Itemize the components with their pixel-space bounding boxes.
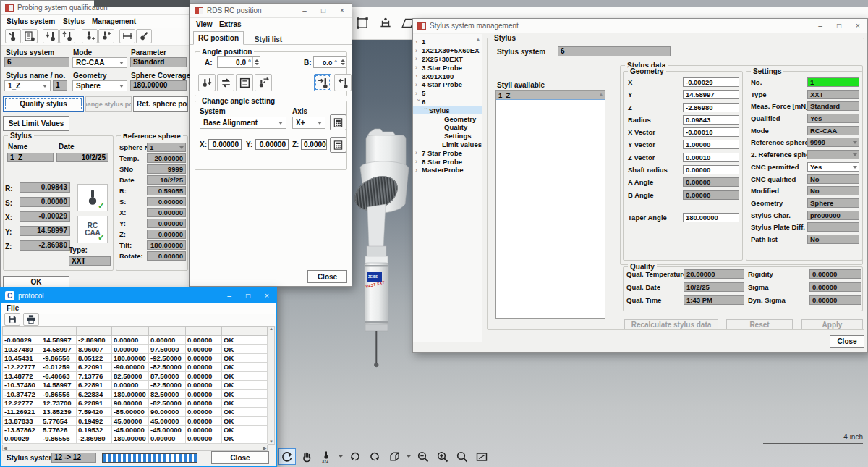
probe-swap-icon[interactable] bbox=[255, 74, 272, 91]
field-value[interactable]: -0.00010 bbox=[683, 127, 739, 137]
tree-item[interactable]: › 8 Star Probe bbox=[413, 157, 482, 166]
field-value[interactable]: 0.59055 bbox=[147, 186, 186, 195]
field-value[interactable]: -0.00029 bbox=[20, 211, 70, 222]
tree-item[interactable]: Limit values bbox=[413, 140, 482, 149]
ok-button[interactable]: OK bbox=[3, 276, 69, 288]
qualify-stylus-icon[interactable] bbox=[5, 29, 21, 43]
tree-item[interactable]: › 4 Star Probe bbox=[413, 80, 482, 89]
tree-item[interactable]: › 5 bbox=[413, 89, 482, 98]
column-header[interactable] bbox=[112, 327, 149, 336]
close-icon[interactable]: × bbox=[848, 19, 867, 33]
menu-file[interactable]: File bbox=[7, 303, 19, 314]
angle-probe-icon[interactable] bbox=[136, 29, 152, 43]
field-value[interactable]: Yes bbox=[807, 162, 859, 172]
stylus-name-select[interactable]: 1_Z bbox=[4, 80, 51, 91]
tree-item[interactable]: Quality bbox=[413, 123, 482, 132]
column-header[interactable] bbox=[3, 327, 41, 336]
zoom-window-icon[interactable] bbox=[454, 448, 471, 465]
move-in-probe-icon[interactable] bbox=[314, 74, 331, 91]
tree-item[interactable]: › Stylus bbox=[413, 106, 482, 114]
type-field[interactable]: XXT bbox=[69, 256, 111, 266]
table-row[interactable]: 10.45431 -9.86556 8.05122 180.00000 -92.… bbox=[3, 353, 268, 362]
table-row[interactable]: -11.26921 13.85239 7.59420 -85.00000 90.… bbox=[3, 408, 268, 416]
probe-tools-caret-icon[interactable] bbox=[337, 448, 344, 465]
stylus-range-field[interactable]: 12 -> 12 bbox=[51, 453, 96, 463]
move-probe-xyz-icon[interactable]: XYZ bbox=[318, 448, 335, 465]
field-value[interactable]: 0.00000 bbox=[683, 177, 739, 187]
field-value[interactable]: 0.00000 bbox=[683, 190, 739, 200]
tree-item[interactable]: › 1 bbox=[413, 38, 482, 46]
axis-select[interactable]: X+ bbox=[292, 117, 326, 129]
move-to-position-icon[interactable] bbox=[198, 74, 216, 91]
table-row[interactable]: 10.37480 14.58997 8.96007 0.00000 97.500… bbox=[3, 345, 268, 353]
menu-extras[interactable]: Extras bbox=[219, 18, 242, 30]
table-row[interactable]: -0.00029 14.58997 -2.86980 0.00000 0.000… bbox=[3, 336, 268, 345]
field-value[interactable]: Yes bbox=[807, 114, 859, 123]
field-value[interactable]: No bbox=[807, 174, 859, 184]
move-out-probe-icon[interactable] bbox=[334, 74, 352, 91]
ref-sphere-position-button[interactable]: Ref. sphere position bbox=[133, 96, 188, 112]
reset-button[interactable]: Reset bbox=[726, 319, 793, 329]
add-stylus-position-icon[interactable] bbox=[82, 29, 98, 43]
scroll-left-icon[interactable]: ◀ bbox=[4, 445, 7, 450]
field-value[interactable]: -0.00029 bbox=[683, 77, 739, 87]
tree-item[interactable]: › MasterProbe bbox=[413, 166, 482, 174]
styli-scroll-up-icon[interactable]: ▲ bbox=[599, 92, 603, 96]
mode-select[interactable]: RC-CAA bbox=[72, 57, 127, 68]
table-row[interactable]: -12.22777 -0.01259 6.22091 -90.00000 -82… bbox=[3, 363, 268, 371]
caliper-icon[interactable] bbox=[119, 29, 135, 43]
tree-item[interactable]: Settings bbox=[413, 132, 482, 140]
field-value[interactable] bbox=[807, 150, 859, 159]
stylus-system-field[interactable]: 6 bbox=[558, 46, 671, 56]
z-input[interactable]: 0.00000 bbox=[301, 139, 327, 150]
table-row[interactable]: 13.87833 5.77654 0.19492 45.00000 45.000… bbox=[3, 416, 268, 425]
field-value[interactable] bbox=[807, 222, 859, 232]
tree-item[interactable]: Geometry bbox=[413, 114, 482, 123]
y-input[interactable]: 0.00000 bbox=[255, 139, 289, 150]
tree-item[interactable]: › 3 Star Probe bbox=[413, 63, 482, 72]
probe-raise-icon[interactable] bbox=[59, 29, 75, 43]
column-header[interactable] bbox=[41, 327, 77, 336]
horizontal-scrollbar[interactable]: ◀ ▶ bbox=[2, 445, 268, 451]
pan-hand-icon[interactable] bbox=[298, 448, 315, 465]
field-value[interactable]: 14.58997 bbox=[683, 90, 739, 99]
parameter-field[interactable]: Standard bbox=[130, 57, 187, 67]
styli-available-list[interactable]: 1_Z ▲ bbox=[495, 90, 605, 319]
table-row[interactable]: 12.22777 12.73700 6.22891 90.00000 -82.5… bbox=[3, 398, 268, 407]
zoom-out-icon[interactable] bbox=[414, 448, 432, 465]
rds-close-button[interactable]: Close bbox=[307, 270, 347, 283]
field-value[interactable]: 0.00000 bbox=[147, 230, 186, 239]
stylus-date-field[interactable]: 10/2/25 bbox=[56, 153, 109, 162]
column-header[interactable] bbox=[149, 327, 186, 336]
cad-distance-icon[interactable] bbox=[378, 15, 393, 31]
field-value[interactable]: 1 bbox=[147, 143, 186, 152]
field-value[interactable]: 9999 bbox=[807, 138, 859, 147]
calculate-angles-icon[interactable] bbox=[330, 114, 346, 130]
field-value[interactable]: 0.00000 bbox=[147, 197, 186, 206]
vertical-scrollbar[interactable]: ▲ ▼ bbox=[268, 326, 275, 445]
save-icon[interactable] bbox=[4, 313, 20, 326]
isometric-view-icon[interactable] bbox=[386, 448, 403, 465]
column-header[interactable] bbox=[222, 327, 268, 336]
geometry-select[interactable]: Sphere bbox=[72, 80, 127, 91]
minimize-icon[interactable]: – bbox=[295, 4, 314, 17]
maximize-icon[interactable]: □ bbox=[830, 19, 848, 33]
maximize-icon[interactable]: □ bbox=[239, 288, 258, 303]
table-row[interactable]: -13.87862 5.77626 0.19532 -45.00000 -45.… bbox=[3, 425, 268, 434]
print-icon[interactable] bbox=[23, 313, 39, 326]
field-value[interactable]: 0.00000 bbox=[809, 295, 861, 305]
angle-list-icon[interactable] bbox=[236, 74, 253, 91]
tab-styli-list[interactable]: Styli list bbox=[247, 33, 290, 46]
field-value[interactable]: 180.00000 bbox=[147, 240, 186, 250]
field-value[interactable]: No bbox=[807, 186, 859, 195]
stylus-name-field[interactable]: 1_Z bbox=[7, 153, 54, 162]
system-select[interactable]: Base Alignment bbox=[200, 117, 286, 129]
field-value[interactable]: 0.00010 bbox=[683, 153, 739, 162]
tree-item[interactable]: › 1X21X30+5X60EX bbox=[413, 46, 482, 55]
field-value[interactable]: No bbox=[807, 235, 859, 244]
tree-item[interactable]: › 2X25+30EXT bbox=[413, 55, 482, 64]
maximize-icon[interactable]: □ bbox=[314, 4, 333, 17]
menu-stylus-system[interactable]: Stylus system bbox=[7, 15, 55, 28]
field-value[interactable]: 9999 bbox=[147, 164, 186, 174]
column-header[interactable] bbox=[186, 327, 222, 336]
